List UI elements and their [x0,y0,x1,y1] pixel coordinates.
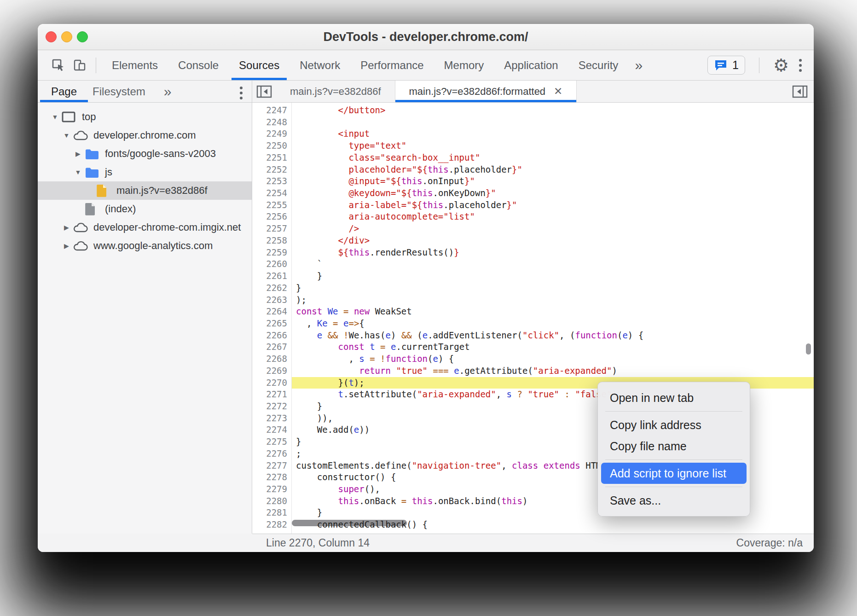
tree-collapsed-arrow-icon[interactable]: ▶ [60,242,73,250]
show-debugger-panel-icon[interactable] [786,81,814,102]
tree-expandd-arrow-icon[interactable]: ▼ [60,132,73,139]
tree-item-www-google-analytics-com[interactable]: ▶www.google-analytics.com [38,237,252,255]
line-number[interactable]: 2282 [252,519,292,531]
code-text [292,116,814,128]
menu-item-copy-file-name[interactable]: Copy file name [598,436,750,457]
line-number[interactable]: 2247 [252,105,292,116]
navigator-tab-page[interactable]: Page [51,81,77,102]
line-number[interactable]: 2253 [252,175,292,187]
vertical-scrollbar-thumb[interactable] [806,343,811,354]
tree-item-fonts-google-sans-v2003[interactable]: ▶fonts/google-sans-v2003 [38,145,252,163]
tree-item-developer-chrome-com[interactable]: ▼developer.chrome.com [38,126,252,145]
code-text: </div> [292,235,814,247]
menu-separator [605,411,742,412]
menu-item-copy-link-address[interactable]: Copy link address [598,414,750,436]
line-number[interactable]: 2279 [252,483,292,495]
line-number[interactable]: 2269 [252,365,292,377]
file-tab-main-js-v-e382d86f[interactable]: main.js?v=e382d86f [276,81,395,102]
code-text: e && !We.has(e) && (e.addEventListener("… [292,330,814,342]
code-line: 2256 aria-autocomplete="list" [252,211,814,223]
line-number[interactable]: 2256 [252,211,292,223]
line-number[interactable]: 2262 [252,282,292,294]
menu-separator [605,487,742,487]
tree-expandd-arrow-icon[interactable]: ▼ [72,169,84,176]
tab-network[interactable]: Network [290,50,350,80]
file-tab-main-js-v-e382d86f-formatted[interactable]: main.js?v=e382d86f:formatted✕ [395,81,577,102]
line-number[interactable]: 2271 [252,389,292,401]
line-number[interactable]: 2268 [252,353,292,365]
line-number[interactable]: 2263 [252,294,292,306]
line-number[interactable]: 2265 [252,318,292,330]
line-number[interactable]: 2276 [252,448,292,460]
line-number[interactable]: 2251 [252,152,292,164]
line-number[interactable]: 2259 [252,247,292,259]
line-number[interactable]: 2277 [252,460,292,472]
line-number[interactable]: 2272 [252,401,292,413]
line-number[interactable]: 2274 [252,424,292,436]
more-options-kebab-icon[interactable] [797,57,804,74]
device-toolbar-icon[interactable] [69,50,90,80]
menu-item-add-script-to-ignore-list[interactable]: Add script to ignore list [601,463,747,484]
tree-item-top[interactable]: ▼top [38,108,252,126]
code-text: } [292,270,814,282]
hide-navigator-panel-icon[interactable] [252,81,276,102]
line-number[interactable]: 2249 [252,128,292,140]
more-panels-chevron[interactable]: » [628,50,649,80]
tree-collapsed-arrow-icon[interactable]: ▶ [60,224,73,231]
code-line: 2253 @input="${this.onInput}" [252,175,814,187]
line-number[interactable]: 2257 [252,223,292,235]
tree-collapsed-arrow-icon[interactable]: ▶ [72,150,84,157]
line-number[interactable]: 2250 [252,140,292,152]
tab-console[interactable]: Console [168,50,229,80]
tree-item-developer-chrome-com-imgix-net[interactable]: ▶developer-chrome-com.imgix.net [38,218,252,237]
tree-item-label: www.google-analytics.com [93,240,213,252]
tab-application[interactable]: Application [494,50,568,80]
close-tab-icon[interactable]: ✕ [554,85,562,98]
line-number[interactable]: 2281 [252,507,292,519]
line-number[interactable]: 2270 [252,377,292,389]
code-line: 2248 [252,116,814,128]
line-number[interactable]: 2260 [252,258,292,270]
tab-performance[interactable]: Performance [350,50,434,80]
code-text: } [292,282,814,294]
navigator-more-tabs-chevron[interactable]: » [164,81,172,102]
navigator-file-tree: ▼top▼developer.chrome.com▶fonts/google-s… [38,103,252,534]
menu-item-save-as[interactable]: Save as... [598,490,750,511]
line-number[interactable]: 2273 [252,413,292,424]
code-line: 2260 ` [252,258,814,270]
menu-separator [605,459,742,460]
line-number[interactable]: 2261 [252,270,292,282]
tab-security[interactable]: Security [568,50,629,80]
line-number[interactable]: 2275 [252,436,292,448]
tree-item-index[interactable]: (index) [38,200,252,218]
settings-gear-icon[interactable]: ⚙ [773,57,789,74]
menu-item-open-in-new-tab[interactable]: Open in new tab [598,387,750,408]
line-number[interactable]: 2248 [252,116,292,128]
code-line: 2282 connectedCallback() { [252,519,814,531]
tree-item-main-js-v-e382d86f[interactable]: main.js?v=e382d86f [38,181,252,200]
line-number[interactable]: 2264 [252,306,292,318]
line-number[interactable]: 2252 [252,164,292,176]
code-line: 2250 type="text" [252,140,814,152]
tree-item-js[interactable]: ▼js [38,163,252,181]
line-number[interactable]: 2255 [252,199,292,211]
tab-sources[interactable]: Sources [229,50,290,80]
line-number[interactable]: 2266 [252,330,292,342]
tab-memory[interactable]: Memory [434,50,494,80]
tab-elements[interactable]: Elements [102,50,168,80]
line-number[interactable]: 2267 [252,341,292,353]
panel-tabs: ElementsConsoleSourcesNetworkPerformance… [102,50,628,80]
file-yellow-icon [96,184,112,198]
code-text: ` [292,258,814,270]
tree-expandd-arrow-icon[interactable]: ▼ [49,113,61,121]
line-number[interactable]: 2280 [252,495,292,507]
line-number[interactable]: 2254 [252,187,292,199]
navigator-kebab-icon[interactable] [238,85,244,101]
navigator-tab-filesystem[interactable]: Filesystem [93,81,145,102]
console-messages-button[interactable]: 1 [707,56,745,75]
code-text: const t = e.currentTarget [292,341,814,353]
inspect-element-icon[interactable] [48,50,69,80]
line-number[interactable]: 2258 [252,235,292,247]
code-line: 2252 placeholder="${this.placeholder}" [252,164,814,176]
line-number[interactable]: 2278 [252,471,292,483]
